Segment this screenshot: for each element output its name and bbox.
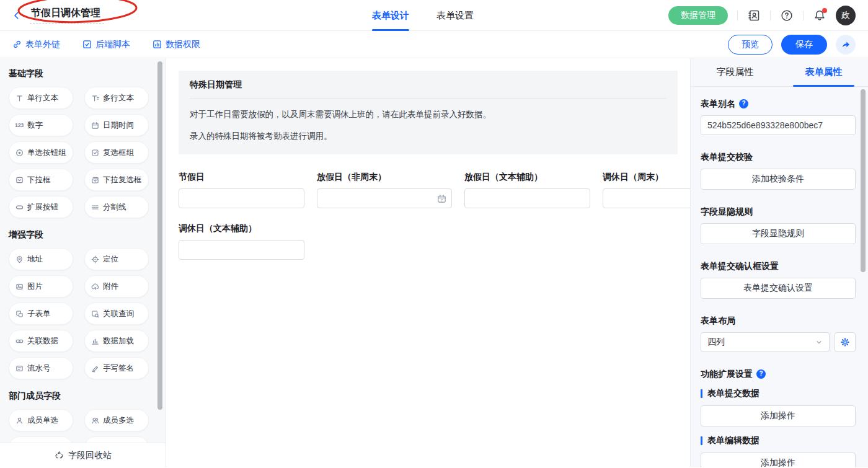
section-field-visibility: 字段显隐规则 字段显隐规则	[701, 206, 856, 244]
holiday-input[interactable]	[184, 193, 299, 204]
sidebar-item-signature[interactable]: 手写签名	[84, 357, 149, 379]
data-manage-button[interactable]: 数据管理	[668, 6, 728, 25]
sidebar-item-checkbox-group[interactable]: 复选框组	[84, 141, 149, 164]
avatar[interactable]: 政	[836, 6, 856, 25]
toolbar-actions: 预览 保存	[728, 35, 856, 55]
add-edit-action-button[interactable]: 添加操作	[701, 453, 856, 467]
form-description-panel[interactable]: 特殊日期管理 对于工作日需要放假的，以及周末需要调休上班的，请在此表单提前录入好…	[179, 71, 678, 154]
add-submit-action-button[interactable]: 添加操作	[701, 405, 856, 426]
form-description-line: 对于工作日需要放假的，以及周末需要调休上班的，请在此表单提前录入好数据。	[190, 109, 666, 120]
section-submit-check: 表单提交校验 添加校验条件	[701, 151, 856, 190]
layout-settings-button[interactable]	[835, 332, 856, 352]
link-icon	[12, 40, 22, 49]
related-query-icon	[90, 310, 100, 318]
sidebar-item-radio-group[interactable]: 单选按钮组	[9, 141, 73, 164]
field-label: 放假日（非周末）	[317, 172, 452, 183]
single-line-text-icon	[14, 94, 24, 102]
share-button[interactable]	[836, 35, 856, 55]
contacts-icon[interactable]	[747, 9, 761, 22]
sidebar-item-multi-line-text[interactable]: 多行文本	[84, 87, 149, 109]
multi-select-icon	[90, 176, 100, 184]
sidebar-item-number[interactable]: 123 数字	[9, 114, 73, 136]
toolbar-links: 表单外链 后端脚本 数据权限	[12, 39, 200, 50]
sidebar-item-related-data[interactable]: 关联数据	[9, 330, 73, 352]
radio-icon	[14, 149, 24, 157]
data-permission-link[interactable]: 数据权限	[153, 39, 200, 50]
divider	[770, 11, 771, 20]
sidebar-item-extend-button[interactable]: 扩展按钮	[9, 196, 73, 218]
bell-icon[interactable]	[813, 9, 826, 22]
layout-select-value: 四列	[707, 337, 725, 348]
properties-scrollbar[interactable]	[861, 89, 866, 272]
section-form-layout: 表单布局 四列	[701, 315, 856, 352]
preview-button[interactable]: 预览	[728, 35, 773, 55]
help-icon[interactable]: ?	[756, 369, 766, 379]
tab-field-properties[interactable]: 字段属性	[691, 58, 779, 86]
gear-icon	[840, 337, 850, 347]
form-fields-grid: 节假日 放假日（非周末） 7 放假日（文本辅助） 调休日（周末）	[179, 172, 678, 260]
save-button[interactable]: 保存	[781, 35, 827, 55]
sidebar-item-datetime[interactable]: 日期时间	[84, 114, 149, 136]
sidebar-item-single-line-text[interactable]: 单行文本	[9, 87, 73, 109]
help-icon[interactable]	[780, 9, 794, 22]
edit-data-subsection-label: 表单编辑数据	[701, 435, 856, 446]
sidebar-item-address[interactable]: 地址	[9, 248, 73, 270]
button-icon	[14, 203, 24, 211]
sidebar-item-image[interactable]: 图片	[9, 275, 73, 298]
back-icon[interactable]	[12, 11, 22, 20]
sidebar-item-serial-number[interactable]: 流水号	[9, 357, 73, 379]
help-icon[interactable]: ?	[739, 99, 748, 108]
field-label: 调休日（周末）	[603, 172, 690, 183]
header-tabs: 表单设计 表单设置	[372, 0, 474, 31]
sidebar-item-subform[interactable]: 子表单	[9, 302, 73, 325]
notification-badge	[822, 8, 827, 13]
dayoff-nonweekend-input[interactable]	[322, 193, 437, 204]
form-canvas[interactable]: 特殊日期管理 对于工作日需要放假的，以及周末需要调休上班的，请在此表单提前录入好…	[166, 58, 690, 467]
sidebar-item-member-multi[interactable]: 成员多选	[84, 409, 149, 431]
sidebar-scrollbar[interactable]	[157, 61, 162, 410]
add-check-condition-button[interactable]: 添加校验条件	[701, 169, 856, 190]
workswap-textaux-input[interactable]	[184, 244, 299, 255]
field-dayoff-nonweekend[interactable]: 放假日（非周末） 7	[317, 172, 452, 208]
field-visibility-rules-button[interactable]: 字段显隐规则	[701, 223, 856, 244]
submit-confirm-settings-button[interactable]: 表单提交确认设置	[701, 278, 856, 299]
sidebar-item-select[interactable]: 下拉框	[9, 169, 73, 191]
dayoff-textaux-input[interactable]	[470, 193, 585, 204]
sidebar-item-related-query[interactable]: 关联查询	[84, 302, 149, 325]
form-toolbar: 表单外链 后端脚本 数据权限 预览 保存	[0, 31, 868, 58]
section-form-alias: 表单别名 ?	[701, 98, 856, 135]
form-external-link[interactable]: 表单外链	[12, 39, 60, 50]
field-workswap-weekend[interactable]: 调休日（周末） 7	[603, 172, 690, 208]
submit-check-label: 表单提交校验	[701, 151, 753, 162]
recycle-icon	[55, 451, 64, 460]
tab-form-properties[interactable]: 表单属性	[779, 58, 868, 86]
field-label: 放假日（文本辅助）	[464, 172, 590, 183]
date-picker-icon[interactable]: 7	[437, 194, 446, 203]
tab-form-settings[interactable]: 表单设置	[436, 0, 474, 31]
sidebar-item-member-single[interactable]: 成员单选	[9, 409, 73, 431]
sidebar-item-multi-select[interactable]: 下拉复选框	[84, 169, 149, 191]
properties-tabs: 字段属性 表单属性	[691, 58, 868, 87]
workswap-weekend-input[interactable]	[608, 193, 690, 204]
number-123-icon: 123	[14, 122, 24, 128]
app-header: 节假日调休管理 表单设计 表单设置 数据管理	[0, 0, 868, 31]
layout-select[interactable]: 四列	[701, 332, 830, 352]
field-workswap-textaux[interactable]: 调休日（文本辅助）	[179, 223, 304, 260]
sidebar-item-data-load[interactable]: 数据加载	[84, 330, 149, 352]
address-pin-icon	[14, 255, 24, 263]
form-title[interactable]: 节假日调休管理	[30, 7, 104, 24]
sidebar-item-location[interactable]: 定位	[84, 248, 149, 270]
attachment-cloud-icon	[90, 283, 100, 291]
form-description-line: 录入的特殊日期将被考勤表进行调用。	[190, 131, 666, 142]
member-multi-icon	[90, 417, 100, 425]
enhanced-fields-grid: 地址 定位 图片 附件 子表单 关联查询	[9, 248, 166, 379]
tab-form-design[interactable]: 表单设计	[372, 0, 409, 31]
field-recycle-bin[interactable]: 字段回收站	[0, 443, 166, 467]
backend-script-link[interactable]: 后端脚本	[82, 39, 130, 50]
field-holiday[interactable]: 节假日	[179, 172, 304, 208]
field-dayoff-textaux[interactable]: 放假日（文本辅助）	[464, 172, 590, 208]
form-alias-input[interactable]	[701, 115, 856, 135]
sidebar-item-divider-line[interactable]: 分割线	[84, 196, 149, 218]
sidebar-item-attachment[interactable]: 附件	[84, 275, 149, 298]
divider	[737, 11, 738, 20]
